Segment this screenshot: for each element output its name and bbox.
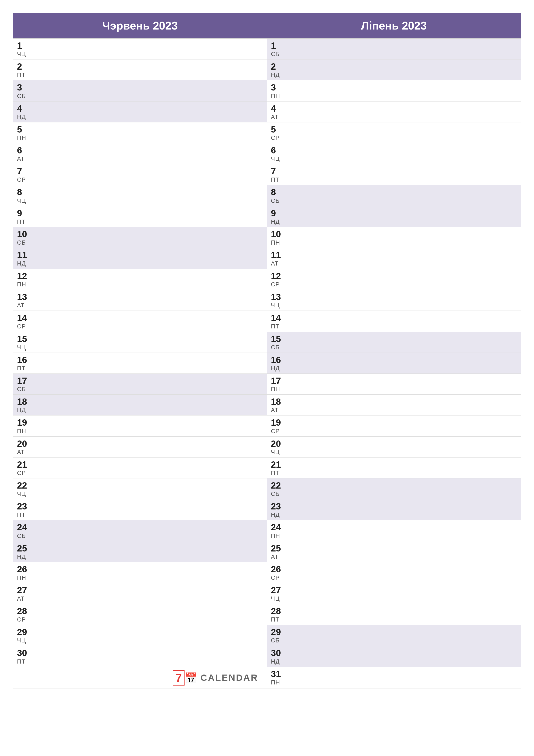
day-name: СР xyxy=(271,281,517,288)
day-number: 17 xyxy=(17,376,263,386)
day-number: 6 xyxy=(271,146,517,155)
day-number: 18 xyxy=(271,397,517,407)
july-title: Ліпень 2023 xyxy=(361,19,427,32)
day-name: СБ xyxy=(17,93,263,99)
day-number: 16 xyxy=(17,355,263,365)
day-number: 24 xyxy=(271,523,517,532)
day-name: ЧЦ xyxy=(17,344,263,351)
july-day-11: 11АТ xyxy=(267,248,521,269)
june-header: Чэрвень 2023 xyxy=(13,13,267,39)
day-number: 21 xyxy=(271,460,517,470)
day-number: 4 xyxy=(271,104,517,114)
day-name: ПТ xyxy=(271,176,517,183)
july-day-26: 26СР xyxy=(267,562,521,583)
july-day-4: 4АТ xyxy=(267,101,521,122)
day-name: НД xyxy=(17,114,263,121)
day-number: 29 xyxy=(271,627,517,637)
june-day-12: 12ПН xyxy=(13,269,267,290)
day-name: ПТ xyxy=(17,71,263,78)
day-number: 11 xyxy=(17,250,263,260)
day-name: АТ xyxy=(271,407,517,414)
day-number: 12 xyxy=(271,271,517,281)
july-day-13: 13ЧЦ xyxy=(267,290,521,311)
june-day-15: 15ЧЦ xyxy=(13,332,267,353)
june-day-8: 8ЧЦ xyxy=(13,185,267,206)
june-day-17: 17СБ xyxy=(13,374,267,394)
day-name: ПН xyxy=(271,386,517,393)
day-name: СБ xyxy=(271,198,517,204)
day-name: СР xyxy=(17,470,263,476)
july-day-30: 30НД xyxy=(267,646,521,667)
day-name: НД xyxy=(271,511,517,518)
day-number: 17 xyxy=(271,376,517,386)
june-day-5: 5ПН xyxy=(13,122,267,143)
day-number: 21 xyxy=(17,460,263,470)
june-day-20: 20АТ xyxy=(13,437,267,458)
day-name: СР xyxy=(17,616,263,623)
day-number: 9 xyxy=(17,208,263,218)
page: Чэрвень 2023 Ліпень 2023 1ЧЦ1СБ2ПТ2НД3СБ… xyxy=(0,0,534,756)
day-number: 15 xyxy=(271,334,517,344)
day-name: НД xyxy=(271,658,517,665)
day-name: ПТ xyxy=(17,218,263,225)
day-number: 10 xyxy=(17,229,263,239)
day-number: 13 xyxy=(271,292,517,302)
day-number: 6 xyxy=(17,146,263,155)
june-day-9: 9ПТ xyxy=(13,206,267,227)
day-number: 27 xyxy=(271,585,517,595)
day-name: СР xyxy=(17,323,263,330)
july-day-28: 28ПТ xyxy=(267,604,521,625)
day-number: 7 xyxy=(17,166,263,176)
day-name: ЧЦ xyxy=(17,51,263,58)
day-number: 19 xyxy=(271,418,517,428)
logo-text: CALENDAR xyxy=(200,673,258,683)
day-number: 14 xyxy=(271,313,517,323)
july-day-6: 6ЧЦ xyxy=(267,143,521,164)
day-name: НД xyxy=(271,218,517,225)
day-number: 24 xyxy=(17,523,263,532)
day-name: ПТ xyxy=(17,365,263,372)
day-name: ПН xyxy=(17,134,263,141)
july-day-15: 15СБ xyxy=(267,332,521,353)
day-name: СР xyxy=(17,176,263,183)
day-name: ПН xyxy=(271,679,517,686)
day-name: ПН xyxy=(271,93,517,99)
day-number: 3 xyxy=(271,83,517,93)
july-day-22: 22СБ xyxy=(267,478,521,499)
day-name: НД xyxy=(17,554,263,560)
june-day-4: 4НД xyxy=(13,101,267,122)
july-day-24: 24ПН xyxy=(267,520,521,541)
june-day-7: 7СР xyxy=(13,164,267,185)
day-name: ЧЦ xyxy=(271,155,517,162)
day-number: 9 xyxy=(271,208,517,218)
day-number: 20 xyxy=(17,439,263,449)
day-name: ЧЦ xyxy=(271,449,517,456)
day-number: 28 xyxy=(17,606,263,616)
day-number: 16 xyxy=(271,355,517,365)
july-day-10: 10ПН xyxy=(267,227,521,248)
july-day-16: 16НД xyxy=(267,353,521,374)
day-name: ПН xyxy=(271,532,517,539)
day-number: 30 xyxy=(271,648,517,658)
day-number: 26 xyxy=(17,564,263,574)
june-day-25: 25НД xyxy=(13,541,267,562)
day-number: 19 xyxy=(17,418,263,428)
calendar-icon: 📅 xyxy=(173,670,197,686)
july-day-8: 8СБ xyxy=(267,185,521,206)
day-name: ПТ xyxy=(271,616,517,623)
day-number: 22 xyxy=(17,481,263,491)
day-name: ПТ xyxy=(271,323,517,330)
july-day-9: 9НД xyxy=(267,206,521,227)
july-day-7: 7ПТ xyxy=(267,164,521,185)
day-name: АТ xyxy=(271,114,517,121)
day-number: 7 xyxy=(271,166,517,176)
day-name: НД xyxy=(17,407,263,414)
day-number: 29 xyxy=(17,627,263,637)
day-name: НД xyxy=(271,365,517,372)
june-day-3: 3СБ xyxy=(13,80,267,101)
july-day-12: 12СР xyxy=(267,269,521,290)
day-number: 25 xyxy=(17,544,263,554)
day-name: ПТ xyxy=(271,470,517,476)
day-name: АТ xyxy=(17,155,263,162)
day-name: ЧЦ xyxy=(271,595,517,602)
